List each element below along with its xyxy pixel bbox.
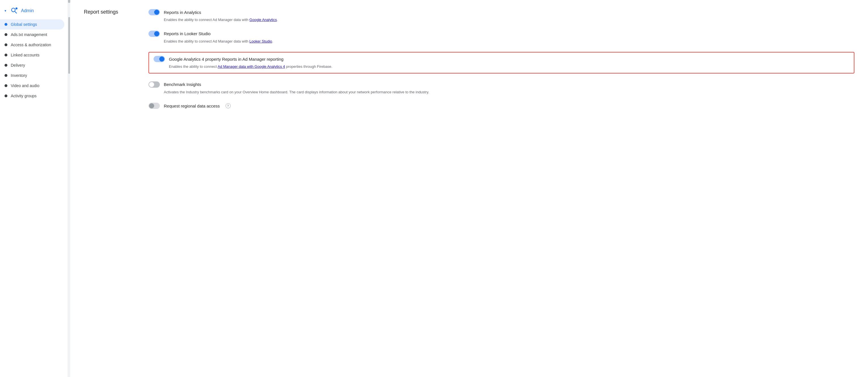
toggle-track (149, 9, 160, 15)
setting-label: Google Analytics 4 property Reports in A… (169, 57, 283, 62)
setting-link[interactable]: Google Analytics (249, 18, 277, 22)
content-layout: Report settings Reports in AnalyticsEnab… (84, 9, 855, 119)
toggle-thumb (149, 103, 154, 108)
admin-title: Admin (21, 8, 34, 13)
setting-row-reports-in-analytics: Reports in AnalyticsEnables the ability … (149, 9, 855, 23)
setting-row-reports-in-looker: Reports in Looker StudioEnables the abil… (149, 31, 855, 44)
toggle-thumb (154, 10, 159, 15)
toggle-ga4-reports[interactable] (154, 56, 165, 62)
section-title-container: Report settings (84, 9, 135, 119)
admin-search-icon (10, 7, 18, 15)
nav-item-label: Linked accounts (11, 53, 39, 57)
svg-point-0 (16, 7, 18, 9)
toggle-benchmark-insights[interactable] (149, 81, 160, 88)
toggle-track (149, 81, 160, 88)
toggle-reports-in-looker[interactable] (149, 31, 160, 37)
nav-dot-icon (4, 84, 7, 87)
sidebar: ▾ Admin Global settingsAds.txt managemen… (0, 0, 68, 377)
section-title: Report settings (84, 9, 135, 15)
setting-header-benchmark-insights: Benchmark Insights (149, 81, 855, 88)
toggle-thumb (149, 82, 154, 87)
nav-item-label: Inventory (11, 73, 27, 78)
setting-label: Request regional data access (164, 104, 220, 108)
sidebar-item-global-settings[interactable]: Global settings (0, 19, 64, 29)
setting-header-reports-in-analytics: Reports in Analytics (149, 9, 855, 15)
setting-link[interactable]: Looker Studio (249, 39, 272, 44)
nav-dot-icon (4, 54, 7, 56)
nav-dot-icon (4, 64, 7, 67)
nav-dot-icon (4, 33, 7, 36)
nav-menu: Global settingsAds.txt managementAccess … (0, 19, 68, 101)
setting-header-regional-data-access: Request regional data access? (149, 103, 855, 109)
setting-description: Enables the ability to connect Ad Manage… (164, 38, 855, 44)
setting-description: Enables the ability to connect Ad Manage… (169, 64, 849, 69)
sidebar-item-delivery[interactable]: Delivery (0, 60, 64, 70)
nav-dot-icon (4, 94, 7, 97)
sidebar-item-inventory[interactable]: Inventory (0, 70, 64, 81)
nav-item-label: Global settings (11, 22, 37, 27)
nav-item-label: Delivery (11, 63, 25, 67)
toggle-track (149, 103, 160, 109)
nav-dot-icon (4, 44, 7, 46)
sidebar-item-activity-groups[interactable]: Activity groups (0, 91, 64, 101)
toggle-thumb (159, 56, 164, 62)
toggle-reports-in-analytics[interactable] (149, 9, 160, 15)
setting-description: Activates the Industry benchmarks card o… (164, 89, 855, 95)
setting-row-regional-data-access: Request regional data access? (149, 103, 855, 111)
info-icon[interactable]: ? (225, 103, 231, 108)
sidebar-item-video-audio[interactable]: Video and audio (0, 81, 64, 91)
nav-item-label: Activity groups (11, 94, 36, 98)
setting-row-benchmark-insights: Benchmark InsightsActivates the Industry… (149, 81, 855, 95)
sidebar-item-ads-txt[interactable]: Ads.txt management (0, 29, 64, 40)
nav-item-label: Ads.txt management (11, 32, 47, 37)
nav-item-label: Video and audio (11, 83, 39, 88)
setting-header-reports-in-looker: Reports in Looker Studio (149, 31, 855, 37)
nav-dot-icon (4, 74, 7, 77)
scrollbar-thumb[interactable] (68, 17, 70, 74)
toggle-regional-data-access[interactable] (149, 103, 160, 109)
setting-label: Reports in Analytics (164, 10, 201, 15)
nav-item-label: Access & authorization (11, 42, 51, 47)
setting-link[interactable]: Ad Manager data with Google Analytics 4 (218, 64, 285, 69)
setting-row-ga4-reports: Google Analytics 4 property Reports in A… (149, 52, 855, 74)
setting-description: Enables the ability to connect Ad Manage… (164, 17, 855, 23)
scrollbar-track[interactable] (68, 0, 70, 377)
setting-label: Benchmark Insights (164, 82, 201, 87)
chevron-down-icon: ▾ (4, 9, 6, 13)
admin-header[interactable]: ▾ Admin (0, 4, 68, 19)
sidebar-item-linked-accounts[interactable]: Linked accounts (0, 50, 64, 60)
nav-dot-icon (4, 23, 7, 26)
setting-header-ga4-reports: Google Analytics 4 property Reports in A… (154, 56, 849, 62)
toggle-track (149, 31, 160, 37)
toggle-track (154, 56, 165, 62)
toggle-thumb (154, 31, 159, 36)
sidebar-item-access-authorization[interactable]: Access & authorization (0, 40, 64, 50)
scroll-top-indicator (68, 0, 70, 3)
main-content: Report settings Reports in AnalyticsEnab… (70, 0, 868, 377)
setting-label: Reports in Looker Studio (164, 31, 211, 36)
settings-area: Reports in AnalyticsEnables the ability … (149, 9, 855, 119)
